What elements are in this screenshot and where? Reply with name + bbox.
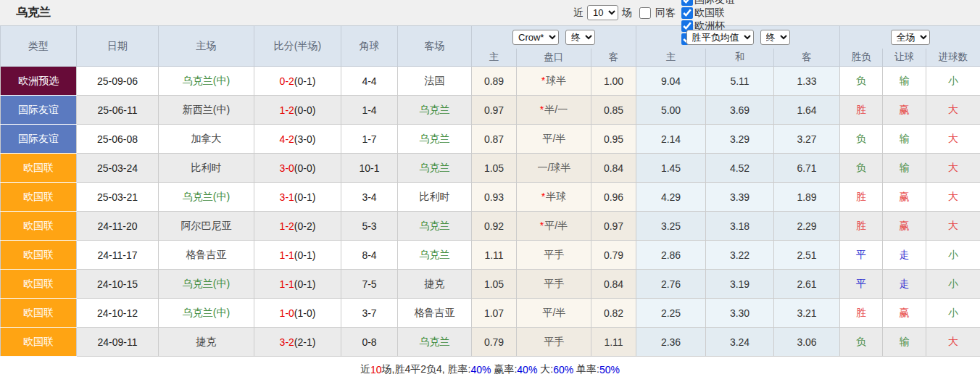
- match-date: 25-09-06: [77, 67, 159, 96]
- home-team: 格鲁吉亚: [159, 241, 254, 270]
- win-draw-loss-result: 胜: [840, 299, 883, 328]
- away-team: 乌克兰: [398, 241, 472, 270]
- recent-form-summary: 近10场,胜4平2负4, 胜率:40% 赢率:40% 大:60% 单率:50%: [0, 357, 980, 382]
- europe-draw-odds: 3.18: [706, 212, 774, 241]
- summary-segment: 单率:: [573, 363, 599, 376]
- competition-checkbox[interactable]: [681, 7, 693, 19]
- handicap-away-odds: 0.95: [591, 125, 636, 154]
- corner-count: 7-5: [341, 270, 398, 299]
- handicap-home-odds: 1.07: [472, 299, 517, 328]
- table-row: 国际友谊 25-06-08 加拿大 4-2(3-0) 1-7 乌克兰 0.87 …: [1, 125, 980, 154]
- match-type-badge: 欧国联: [1, 270, 77, 299]
- handicap-time-select[interactable]: 终: [565, 30, 595, 45]
- europe-draw-odds: 3.19: [706, 270, 774, 299]
- win-draw-loss-result: 负: [840, 328, 883, 357]
- half-time-score: (2-1): [294, 336, 316, 348]
- europe-home-odds: 1.45: [636, 154, 706, 183]
- subheader-handicap-away: 客: [591, 49, 636, 67]
- match-type-badge: 国际友谊: [1, 125, 77, 154]
- scope-select[interactable]: 全场: [891, 30, 930, 45]
- europe-time-select[interactable]: 终: [760, 30, 790, 45]
- europe-away-odds: 1.33: [774, 67, 840, 96]
- home-team: 阿尔巴尼亚: [159, 212, 254, 241]
- score-cell: 1-0(1-0): [254, 299, 341, 328]
- match-date: 24-11-20: [77, 212, 159, 241]
- recent-count-select[interactable]: 10: [587, 5, 618, 20]
- away-team: 乌克兰: [398, 125, 472, 154]
- table-row: 欧洲预选 25-09-06 乌克兰(中) 0-2(0-1) 4-4 法国 0.8…: [1, 67, 980, 96]
- same-away-checkbox[interactable]: [639, 7, 651, 19]
- europe-company-select[interactable]: 胜平负均值: [686, 30, 754, 45]
- subheader-handicap-result: 让球: [883, 49, 926, 67]
- europe-away-odds: 3.21: [774, 299, 840, 328]
- score-cell: 1-1(0-1): [254, 241, 341, 270]
- competition-label: 国际友谊: [694, 0, 735, 7]
- full-time-score: 1-1: [280, 249, 294, 261]
- match-type-badge: 欧国联: [1, 183, 77, 212]
- handicap-line: 一/球半: [517, 154, 591, 183]
- europe-home-odds: 2.25: [636, 299, 706, 328]
- win-draw-loss-result: 负: [840, 125, 883, 154]
- match-date: 25-06-11: [77, 96, 159, 125]
- subheader-handicap-home: 主: [472, 49, 517, 67]
- table-row: 欧国联 25-03-24 比利时 3-0(0-0) 10-1 乌克兰 1.05 …: [1, 154, 980, 183]
- score-cell: 3-2(2-1): [254, 328, 341, 357]
- handicap-line-text: 平手: [544, 336, 565, 347]
- handicap-line-text: 平/半: [543, 133, 566, 144]
- full-time-score: 3-0: [280, 162, 294, 174]
- handicap-home-odds: 1.05: [472, 154, 517, 183]
- handicap-result: 赢: [883, 212, 926, 241]
- europe-draw-odds: 3.22: [706, 241, 774, 270]
- summary-segment: 40%: [517, 364, 537, 376]
- summary-segment: 40%: [471, 364, 491, 376]
- handicap-result: 走: [883, 270, 926, 299]
- win-draw-loss-result: 胜: [840, 96, 883, 125]
- europe-home-odds: 2.14: [636, 125, 706, 154]
- full-time-score: 1-1: [280, 278, 294, 290]
- handicap-result: 赢: [883, 96, 926, 125]
- away-team: 格鲁吉亚: [398, 299, 472, 328]
- goals-result: 小: [926, 299, 980, 328]
- asterisk-mark: *: [540, 220, 544, 231]
- europe-away-odds: 2.51: [774, 241, 840, 270]
- match-date: 24-11-17: [77, 241, 159, 270]
- home-team: 乌克兰(中): [159, 299, 254, 328]
- win-draw-loss-result: 胜: [840, 212, 883, 241]
- home-team: 乌克兰(中): [159, 270, 254, 299]
- handicap-home-odds: 0.87: [472, 125, 517, 154]
- half-time-score: (0-0): [294, 162, 316, 174]
- handicap-away-odds: 0.85: [591, 96, 636, 125]
- handicap-away-odds: 0.84: [591, 270, 636, 299]
- corner-count: 0-8: [341, 328, 398, 357]
- half-time-score: (0-1): [294, 191, 316, 203]
- column-header-corner: 角球: [341, 26, 398, 67]
- match-history-table: 类型 日期 主场 比分(半场) 角球 客场 Crow* 终 胜平负均值 终 全场: [0, 25, 980, 357]
- summary-segment: 赢率:: [491, 363, 518, 376]
- handicap-away-odds: 0.84: [591, 154, 636, 183]
- same-away-filter[interactable]: 同客: [632, 7, 676, 20]
- handicap-home-odds: 0.89: [472, 67, 517, 96]
- competition-filter-1[interactable]: 国际友谊: [676, 0, 735, 7]
- handicap-line-text: 球半: [546, 75, 566, 86]
- summary-segment: 大:: [537, 363, 553, 376]
- handicap-line: 平手: [517, 270, 591, 299]
- subheader-europe-draw: 和: [706, 49, 774, 67]
- table-row: 欧国联 24-09-11 捷克 3-2(2-1) 0-8 乌克兰 0.79 平手…: [1, 328, 980, 357]
- match-type-badge: 欧国联: [1, 328, 77, 357]
- home-team: 捷克: [159, 328, 254, 357]
- match-date: 25-03-24: [77, 154, 159, 183]
- handicap-company-select[interactable]: Crow*: [512, 30, 559, 45]
- handicap-home-odds: 0.92: [472, 212, 517, 241]
- competition-filter-2[interactable]: 欧国联: [676, 7, 735, 20]
- europe-away-odds: 1.89: [774, 183, 840, 212]
- competition-checkbox[interactable]: [681, 0, 693, 6]
- win-draw-loss-result: 负: [840, 67, 883, 96]
- handicap-away-odds: 0.96: [591, 183, 636, 212]
- handicap-line: 平手: [517, 328, 591, 357]
- europe-away-odds: 2.29: [774, 212, 840, 241]
- handicap-line-text: 平/半: [543, 307, 566, 318]
- table-row: 欧国联 24-10-12 乌克兰(中) 1-0(1-0) 3-7 格鲁吉亚 1.…: [1, 299, 980, 328]
- away-team: 乌克兰: [398, 154, 472, 183]
- handicap-result: 输: [883, 328, 926, 357]
- column-header-type: 类型: [1, 26, 77, 67]
